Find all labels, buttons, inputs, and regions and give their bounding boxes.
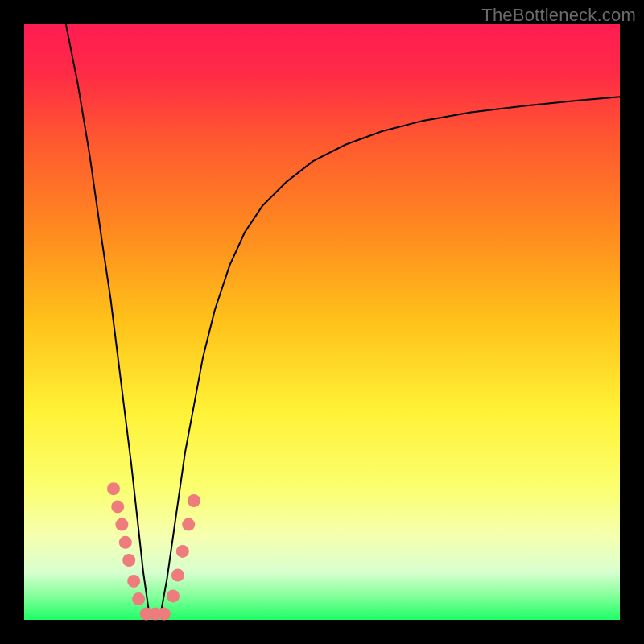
watermark-text: TheBottleneck.com <box>481 5 636 26</box>
annotation-dots <box>107 482 200 620</box>
annotation-dot <box>107 482 120 495</box>
bottleneck-curve <box>66 24 620 617</box>
annotation-dot <box>111 500 124 513</box>
annotation-dot <box>171 569 184 582</box>
chart-plot-area <box>24 24 620 620</box>
chart-frame: TheBottleneck.com <box>0 0 644 644</box>
annotation-dot <box>158 608 171 621</box>
annotation-dot <box>182 518 195 531</box>
annotation-dot <box>122 554 135 567</box>
annotation-dot <box>127 575 140 588</box>
annotation-dot <box>188 494 200 507</box>
annotation-dot <box>132 592 145 605</box>
annotation-dot <box>176 545 189 558</box>
annotation-dot <box>119 536 132 549</box>
chart-svg <box>24 24 620 620</box>
annotation-dot <box>167 589 180 602</box>
annotation-dot <box>115 518 128 531</box>
